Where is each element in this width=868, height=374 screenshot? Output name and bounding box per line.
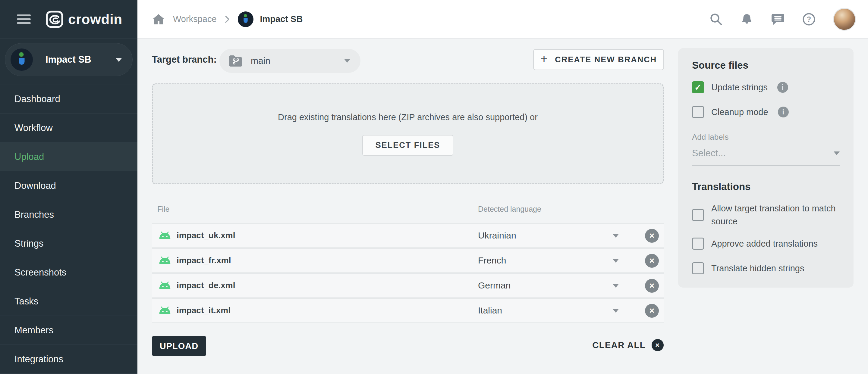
- notifications-icon[interactable]: [740, 13, 753, 26]
- checkbox-label: Cleanup mode: [711, 106, 768, 118]
- upload-dropzone[interactable]: Drag existing translations here (ZIP arc…: [152, 83, 664, 184]
- sidebar-item-download[interactable]: Download: [0, 171, 137, 200]
- breadcrumb-project[interactable]: Impact SB: [260, 14, 303, 24]
- project-avatar: [10, 48, 33, 71]
- chevron-down-icon[interactable]: [613, 259, 619, 263]
- android-icon: [158, 306, 172, 315]
- target-branch-label: Target branch:: [152, 54, 217, 65]
- project-name: Impact SB: [45, 54, 91, 65]
- language-select[interactable]: Ukrainian: [478, 230, 516, 241]
- source-files-heading: Source files: [692, 60, 840, 71]
- chevron-down-icon: [344, 59, 350, 63]
- remove-file-button[interactable]: ✕: [645, 304, 659, 318]
- checkbox-label: Approve added translations: [711, 237, 818, 250]
- checkbox-label: Update strings: [711, 81, 768, 94]
- labels-select[interactable]: Select...: [692, 148, 840, 166]
- plus-icon: +: [540, 53, 548, 65]
- svg-text:?: ?: [807, 15, 811, 23]
- home-icon[interactable]: [152, 13, 165, 25]
- sidebar-item-members[interactable]: Members: [0, 316, 137, 345]
- file-name: impact_fr.xml: [177, 256, 231, 265]
- crowdin-logo-icon: [46, 10, 63, 28]
- sidebar-item-branches[interactable]: Branches: [0, 200, 137, 229]
- remove-file-button[interactable]: ✕: [645, 229, 659, 243]
- remove-file-button[interactable]: ✕: [645, 254, 659, 268]
- android-icon: [158, 256, 172, 265]
- files-table: impact_uk.xml Ukrainian ✕ impact_fr.xml …: [152, 224, 664, 324]
- language-select[interactable]: German: [478, 280, 510, 291]
- search-icon[interactable]: [710, 13, 723, 26]
- project-selector[interactable]: Impact SB: [5, 43, 133, 76]
- chevron-down-icon: [834, 151, 840, 155]
- branch-select[interactable]: main: [219, 49, 361, 73]
- upload-options-panel: Source files ✓ Update strings i Cleanup …: [678, 48, 854, 287]
- sidebar-item-integrations[interactable]: Integrations: [0, 345, 137, 374]
- labels-select-placeholder: Select...: [692, 148, 726, 159]
- checkbox-label: Translate hidden strings: [711, 262, 804, 275]
- sidebar-item-dashboard[interactable]: Dashboard: [0, 84, 137, 113]
- table-row: impact_uk.xml Ukrainian ✕: [152, 224, 664, 247]
- allow-match-source-checkbox[interactable]: [692, 209, 704, 221]
- top-bar-actions: ?: [710, 8, 856, 31]
- translate-hidden-option: Translate hidden strings: [692, 262, 840, 275]
- chevron-down-icon[interactable]: [613, 284, 619, 287]
- update-strings-option: ✓ Update strings i: [692, 81, 840, 94]
- file-name: impact_it.xml: [177, 306, 230, 315]
- column-header-language: Detected language: [478, 205, 541, 213]
- crowdin-logo[interactable]: crowdin: [46, 10, 122, 28]
- language-select[interactable]: French: [478, 256, 506, 266]
- chevron-down-icon[interactable]: [613, 309, 619, 313]
- clear-all-button[interactable]: CLEAR ALL ✕: [592, 339, 664, 351]
- file-name: impact_de.xml: [177, 281, 236, 290]
- clear-all-label: CLEAR ALL: [592, 340, 646, 350]
- help-icon[interactable]: ?: [802, 13, 815, 26]
- chevron-down-icon: [116, 58, 122, 62]
- cleanup-mode-checkbox[interactable]: [692, 106, 704, 118]
- android-icon: [158, 231, 172, 240]
- approve-added-option: Approve added translations: [692, 237, 840, 250]
- sidebar-item-upload[interactable]: Upload: [0, 142, 137, 171]
- update-strings-checkbox[interactable]: ✓: [692, 81, 704, 93]
- table-row: impact_fr.xml French ✕: [152, 248, 664, 273]
- create-new-branch-label: CREATE NEW BRANCH: [555, 55, 657, 64]
- file-name: impact_uk.xml: [177, 231, 236, 240]
- sidebar-nav: Dashboard Workflow Upload Download Branc…: [0, 84, 137, 374]
- translations-heading: Translations: [692, 181, 840, 193]
- create-new-branch-button[interactable]: + CREATE NEW BRANCH: [533, 49, 664, 70]
- android-icon: [158, 281, 172, 290]
- approve-added-checkbox[interactable]: [692, 238, 704, 250]
- sidebar: crowdin Impact SB Dashboard Workflow Upl…: [0, 0, 137, 374]
- sidebar-header: crowdin: [0, 0, 137, 38]
- translate-hidden-checkbox[interactable]: [692, 262, 704, 274]
- breadcrumb-workspace[interactable]: Workspace: [173, 14, 217, 24]
- dropzone-hint: Drag existing translations here (ZIP arc…: [278, 112, 538, 122]
- crowdin-logo-text: crowdin: [68, 11, 122, 27]
- allow-match-source-option: Allow target translation to match source: [692, 202, 840, 228]
- sidebar-item-workflow[interactable]: Workflow: [0, 113, 137, 142]
- upload-button[interactable]: UPLOAD: [152, 336, 206, 356]
- remove-file-button[interactable]: ✕: [645, 279, 659, 293]
- table-row: impact_it.xml Italian ✕: [152, 298, 664, 322]
- chevron-down-icon[interactable]: [613, 234, 619, 238]
- info-icon[interactable]: i: [778, 107, 789, 117]
- top-bar: Workspace Impact SB: [137, 0, 868, 38]
- branch-select-value: main: [251, 56, 270, 66]
- select-files-button[interactable]: SELECT FILES: [362, 135, 454, 156]
- clear-all-icon: ✕: [652, 339, 664, 351]
- sidebar-item-tasks[interactable]: Tasks: [0, 287, 137, 316]
- column-header-file: File: [157, 205, 169, 213]
- breadcrumb-project-avatar: [238, 11, 253, 27]
- check-icon: ✓: [694, 83, 702, 92]
- sidebar-item-strings[interactable]: Strings: [0, 229, 137, 258]
- info-icon[interactable]: i: [777, 82, 788, 93]
- checkbox-label: Allow target translation to match source: [711, 202, 840, 228]
- user-avatar[interactable]: [833, 8, 856, 31]
- sidebar-item-screenshots[interactable]: Screenshots: [0, 258, 137, 287]
- main-content: Target branch: main + CREATE NEW BRANCH …: [137, 38, 868, 374]
- messages-icon[interactable]: [771, 13, 785, 26]
- branch-folder-icon: [228, 55, 243, 67]
- cleanup-mode-option: Cleanup mode i: [692, 105, 840, 118]
- language-select[interactable]: Italian: [478, 305, 502, 315]
- menu-icon[interactable]: [17, 12, 31, 26]
- breadcrumb-chevron-icon: [225, 16, 229, 23]
